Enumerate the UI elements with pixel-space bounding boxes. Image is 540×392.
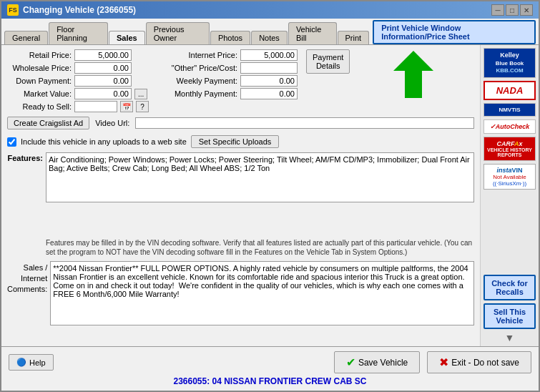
tab-general[interactable]: General: [4, 31, 48, 44]
market-value-input[interactable]: [74, 88, 132, 99]
instavin-button[interactable]: instaVIN Not Available ((·SiriusXm·)): [483, 164, 536, 190]
app-icon: FS: [7, 4, 19, 16]
other-price-label: "Other" Price/Cost:: [159, 64, 237, 72]
nmvtis-logo-button[interactable]: NMVTIS: [483, 103, 536, 117]
bottom-buttons: 🔵 Help ✔ Save Vehicle ✖ Exit - Do not sa…: [9, 351, 531, 373]
nmvtis-label: NMVTIS: [499, 107, 520, 113]
upload-checkbox[interactable]: [7, 137, 16, 147]
content-area: Retail Price: Wholesale Price: Down Paym…: [1, 45, 539, 346]
checkbox-row: Include this vehicle in any uploads to a…: [7, 135, 474, 148]
wholesale-price-input[interactable]: [74, 62, 132, 74]
tab-photos[interactable]: Photos: [210, 31, 250, 44]
features-note-row: Features may be filled in by the VIN dec…: [7, 237, 474, 258]
set-specific-uploads-button[interactable]: Set Specific Uploads: [191, 135, 280, 148]
comments-section: Sales /InternetComments:: [7, 261, 474, 343]
vehicle-info: 2366055: 04 NISSAN FRONTIER CREW CAB SC: [9, 376, 531, 386]
scroll-spacer: [483, 192, 536, 272]
video-url-label: Video Url:: [95, 119, 129, 127]
autocheck-label: ✓AutoCheck: [490, 123, 530, 130]
exit-x-icon: ✖: [439, 356, 448, 369]
scroll-down-icon[interactable]: ▼: [483, 332, 536, 343]
down-payment-input[interactable]: [74, 75, 132, 87]
prices-arrow-row: Retail Price: Wholesale Price: Down Paym…: [7, 49, 474, 112]
help-button[interactable]: 🔵 Help: [9, 354, 54, 371]
carfax-label: CARFAx VEHICLE HISTORY REPORTS: [487, 140, 532, 157]
sell-vehicle-button[interactable]: Sell ThisVehicle: [483, 303, 536, 329]
main-panel: Retail Price: Wholesale Price: Down Paym…: [1, 45, 480, 346]
features-label: Features:: [7, 152, 43, 234]
nada-logo-button[interactable]: NADA: [483, 81, 536, 100]
help-icon: 🔵: [16, 358, 26, 367]
upload-checkbox-label: Include this vehicle in any uploads to a…: [21, 137, 187, 146]
create-craigslist-button[interactable]: Create Craigslist Ad: [7, 117, 89, 129]
market-value-row: Market Value: ...: [7, 88, 149, 99]
other-price-input[interactable]: [240, 62, 298, 74]
weekly-payment-label: Weekly Payment:: [159, 77, 237, 85]
svg-marker-0: [393, 51, 433, 98]
save-vehicle-button[interactable]: ✔ Save Vehicle: [334, 351, 420, 373]
maximize-button[interactable]: □: [506, 4, 519, 16]
left-price-col: Retail Price: Wholesale Price: Down Paym…: [7, 49, 149, 112]
tab-previous-owner[interactable]: Previous Owner: [146, 22, 210, 44]
check-recalls-button[interactable]: Check forRecalls: [483, 275, 536, 300]
retail-price-label: Retail Price:: [7, 51, 72, 59]
market-value-ellipsis-button[interactable]: ...: [134, 89, 147, 99]
autocheck-logo-button[interactable]: ✓AutoCheck: [483, 119, 536, 134]
tabs-row: General Floor Planning Sales Previous Ow…: [1, 19, 539, 45]
ready-calendar-button[interactable]: 📅: [120, 101, 133, 112]
right-panel: Kelley Blue Book KBB.COM NADA NMVTIS ✓Au…: [480, 45, 539, 346]
tab-notes[interactable]: Notes: [251, 31, 288, 44]
tab-print[interactable]: Print: [338, 31, 370, 44]
monthly-payment-label: Monthly Payment:: [159, 89, 237, 98]
sell-vehicle-label: Sell ThisVehicle: [494, 308, 526, 325]
carfax-logo-button[interactable]: CARFAx VEHICLE HISTORY REPORTS: [483, 137, 536, 161]
internet-price-row: Internet Price:: [159, 49, 298, 61]
down-payment-row: Down Payment:: [7, 75, 149, 87]
monthly-payment-input[interactable]: [240, 88, 298, 99]
market-value-label: Market Value:: [7, 89, 72, 98]
title-bar-left: FS Changing Vehicle (2366055): [7, 4, 136, 16]
minimize-button[interactable]: ─: [491, 4, 504, 16]
comments-label: Sales /InternetComments:: [7, 261, 47, 343]
payment-details-button[interactable]: Payment Details: [306, 49, 350, 74]
internet-price-label: Internet Price:: [159, 51, 237, 59]
retail-price-row: Retail Price:: [7, 49, 149, 61]
bottom-bar: 🔵 Help ✔ Save Vehicle ✖ Exit - Do not sa…: [1, 346, 539, 391]
right-price-col: Internet Price: "Other" Price/Cost: Week…: [159, 49, 298, 99]
title-bar: FS Changing Vehicle (2366055) ─ □ ✕: [1, 1, 539, 19]
close-button[interactable]: ✕: [520, 4, 533, 16]
features-section: Features:: [7, 152, 474, 234]
help-label: Help: [29, 358, 46, 367]
nada-label: NADA: [496, 85, 524, 96]
craigslist-row: Create Craigslist Ad Video Url:: [7, 117, 474, 129]
save-check-icon: ✔: [346, 356, 355, 369]
tab-sales[interactable]: Sales: [109, 31, 145, 44]
ready-help-button[interactable]: ?: [136, 101, 149, 112]
internet-price-input[interactable]: [240, 49, 298, 61]
tab-vehicle-bill[interactable]: Vehicle Bill: [288, 22, 337, 44]
window-title: Changing Vehicle (2366055): [23, 5, 136, 15]
exit-button[interactable]: ✖ Exit - Do not save: [427, 351, 531, 373]
monthly-payment-row: Monthly Payment:: [159, 88, 298, 99]
save-vehicle-label: Save Vehicle: [358, 358, 408, 368]
features-note: Features may be filled in by the VIN dec…: [46, 238, 474, 257]
weekly-payment-input[interactable]: [240, 75, 298, 87]
siriusxm-label: ((·SiriusXm·)): [486, 180, 534, 187]
tab-floor-planning[interactable]: Floor Planning: [49, 22, 108, 44]
features-textarea[interactable]: [46, 152, 474, 202]
other-price-row: "Other" Price/Cost:: [159, 62, 298, 74]
print-window-button[interactable]: Print Vehicle Window Information/Price S…: [373, 20, 536, 44]
video-url-input[interactable]: [135, 117, 474, 129]
ready-to-sell-row: Ready to Sell: 📅 ?: [7, 101, 149, 112]
retail-price-input[interactable]: [74, 49, 132, 61]
comments-textarea[interactable]: [50, 261, 474, 325]
kbb-label: Kelley Blue Book KBB.COM: [496, 52, 524, 74]
action-buttons: ✔ Save Vehicle ✖ Exit - Do not save: [334, 351, 531, 373]
down-payment-label: Down Payment:: [7, 77, 72, 85]
ready-to-sell-input[interactable]: [74, 101, 117, 112]
up-arrow-icon: [392, 49, 435, 99]
not-available-label: Not Available: [486, 174, 534, 180]
kbb-logo-button[interactable]: Kelley Blue Book KBB.COM: [483, 48, 536, 78]
arrow-area: [353, 49, 474, 99]
ready-to-sell-label: Ready to Sell:: [7, 102, 72, 111]
